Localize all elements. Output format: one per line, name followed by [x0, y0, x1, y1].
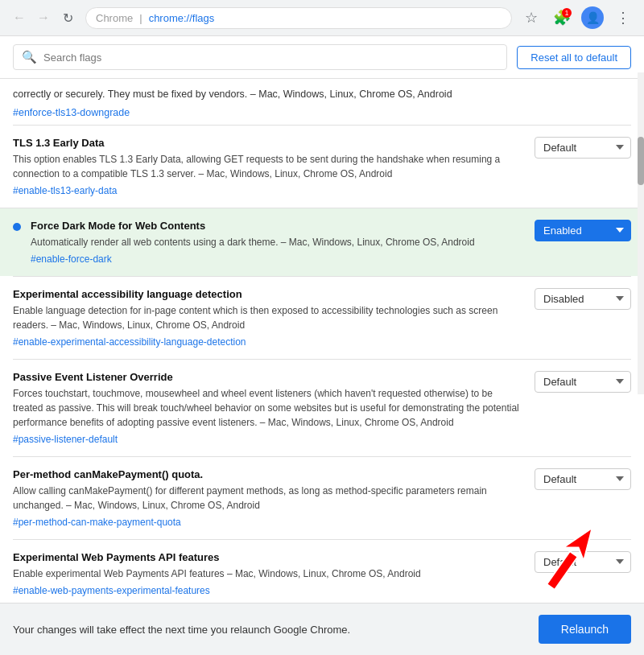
menu-button[interactable]: ⋮ [612, 6, 634, 29]
address-divider: | [139, 12, 142, 24]
flag-info: Force Dark Mode for Web Contents Automat… [31, 220, 525, 265]
flag-description: This option enables TLS 1.3 Early Data, … [13, 152, 525, 181]
flag-title: Experimental Web Payments API features [13, 551, 525, 563]
flag-anchor-link[interactable]: #enable-web-payments-experimental-featur… [13, 585, 210, 596]
flag-info: Passive Event Listener Override Forces t… [13, 371, 525, 445]
flag-description: Forces touchstart, touchmove, mousewheel… [13, 386, 525, 430]
star-button[interactable]: ☆ [520, 6, 543, 29]
flag-control[interactable]: DefaultEnabledDisabled [535, 288, 631, 310]
browser-icons: ☆ 🧩 1 👤 ⋮ [520, 6, 634, 29]
flag-control[interactable]: DefaultEnabledDisabled [535, 220, 631, 241]
scrollbar-thumb[interactable] [638, 137, 644, 185]
flag-select[interactable]: DefaultEnabledDisabled [535, 220, 631, 241]
relaunch-button[interactable]: Relaunch [539, 615, 631, 644]
flag-item: Force Dark Mode for Web Contents Automat… [0, 208, 644, 276]
flag-description: Enable language detection for in-page co… [13, 303, 525, 332]
address-bar[interactable]: Chrome | chrome://flags [85, 7, 512, 29]
flags-content: correctly or securely. They must be fixe… [0, 79, 644, 655]
browser-toolbar: ← → ↻ Chrome | chrome://flags ☆ 🧩 1 👤 ⋮ [0, 0, 644, 36]
flag-select[interactable]: DefaultEnabledDisabled [535, 288, 631, 310]
flag-info: TLS 1.3 Early Data This option enables T… [13, 137, 525, 196]
reset-all-button[interactable]: Reset all to default [517, 46, 631, 69]
flag-item: TLS 1.3 Early Data This option enables T… [13, 125, 631, 208]
flag-anchor-link[interactable]: #enable-tls13-early-data [13, 185, 117, 196]
flags-list: TLS 1.3 Early Data This option enables T… [13, 125, 631, 653]
flag-info: Experimental accessibility language dete… [13, 288, 525, 348]
address-prefix: Chrome [96, 12, 133, 24]
flag-control[interactable]: DefaultEnabledDisabled [535, 371, 631, 393]
flag-item: Per-method canMakePayment() quota. Allow… [13, 456, 631, 539]
flag-select[interactable]: DefaultEnabledDisabled [535, 371, 631, 393]
page-scrollbar[interactable] [638, 72, 644, 394]
flag-anchor-link[interactable]: #enable-experimental-accessibility-langu… [13, 336, 246, 348]
flag-title: Experimental accessibility language dete… [13, 288, 525, 300]
back-button[interactable]: ← [10, 8, 29, 27]
search-box[interactable]: 🔍 [13, 44, 507, 70]
top-anchor-link[interactable]: #enforce-tls13-downgrade [13, 107, 631, 118]
flag-title: Passive Event Listener Override [13, 371, 525, 383]
flag-description: Enable experimental Web Payments API fea… [13, 566, 525, 581]
flag-item: Passive Event Listener Override Forces t… [13, 359, 631, 456]
flag-info: Per-method canMakePayment() quota. Allow… [13, 468, 525, 528]
flag-anchor-link[interactable]: #enable-force-dark [31, 253, 112, 265]
address-url: chrome://flags [149, 12, 215, 24]
flag-item: Experimental Web Payments API features E… [13, 539, 631, 608]
nav-buttons: ← → ↻ [10, 8, 77, 27]
flag-info: Experimental Web Payments API features E… [13, 551, 525, 596]
flag-title: Per-method canMakePayment() quota. [13, 468, 525, 480]
flag-anchor-link[interactable]: #per-method-can-make-payment-quota [13, 517, 181, 528]
flag-control[interactable]: DefaultEnabledDisabled [535, 137, 631, 159]
flags-header: 🔍 Reset all to default [0, 36, 644, 79]
extensions-badge: 1 [562, 8, 572, 18]
flag-highlight-dot [13, 223, 21, 231]
search-input[interactable] [43, 51, 498, 64]
flag-anchor-link[interactable]: #passive-listener-default [13, 434, 118, 445]
forward-button[interactable]: → [34, 8, 53, 27]
reload-button[interactable]: ↻ [58, 8, 77, 27]
flag-select[interactable]: DefaultEnabledDisabled [535, 551, 631, 573]
flag-control[interactable]: DefaultEnabledDisabled [535, 468, 631, 490]
flag-item: Experimental accessibility language dete… [13, 276, 631, 359]
flag-select[interactable]: DefaultEnabledDisabled [535, 137, 631, 159]
relaunch-notice: Your changes will take effect the next t… [13, 624, 350, 636]
flag-title: TLS 1.3 Early Data [13, 137, 525, 149]
flag-select[interactable]: DefaultEnabledDisabled [535, 468, 631, 490]
bottom-bar: Your changes will take effect the next t… [0, 603, 644, 655]
extensions-button[interactable]: 🧩 1 [551, 6, 573, 29]
flag-description: Automatically render all web contents us… [31, 235, 525, 249]
flag-description: Allow calling canMakePayment() for diffe… [13, 484, 525, 513]
account-button[interactable]: 👤 [581, 6, 604, 29]
flag-control[interactable]: DefaultEnabledDisabled [535, 551, 631, 573]
flag-title: Force Dark Mode for Web Contents [31, 220, 525, 232]
search-icon: 🔍 [22, 50, 37, 64]
top-description: correctly or securely. They must be fixe… [13, 79, 631, 107]
